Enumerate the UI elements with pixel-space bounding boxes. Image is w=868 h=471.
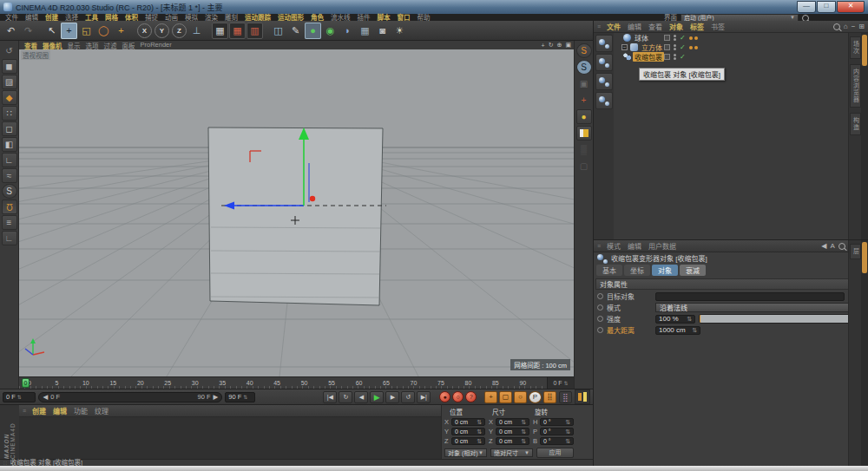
expander-icon[interactable]: − (621, 44, 628, 50)
timeline-ruler[interactable]: 051015202530354045505560657075808590 0 0… (19, 376, 574, 389)
panel-menu-item[interactable]: 对象 (666, 22, 687, 31)
xyz-ball-icon[interactable]: ● (576, 109, 592, 124)
play-mode-button[interactable]: ↻ (339, 391, 352, 403)
lock-y-icon[interactable]: Y (155, 23, 169, 38)
frame-spinner[interactable]: 0 F ⇅ (547, 377, 574, 389)
search-icon[interactable] (833, 23, 840, 30)
viewport-menu-item[interactable]: 查看 (22, 41, 40, 50)
apply-button[interactable]: 应用 (536, 448, 574, 458)
stepper-icon[interactable]: ⇅ (243, 394, 247, 400)
deformers-icon[interactable]: ◗ (339, 23, 356, 39)
stepper-icon[interactable]: ⇅ (521, 419, 526, 426)
generators-icon[interactable]: ◉ (322, 23, 339, 39)
key-position-button[interactable]: + (484, 391, 497, 403)
texture-mode-icon[interactable]: ▨ (2, 75, 17, 89)
keyframe-circle-icon[interactable] (597, 293, 603, 299)
object-row[interactable]: − 立方体 ✓ (614, 43, 849, 52)
visibility-dots-icon[interactable] (674, 44, 676, 50)
panel-menu-item[interactable]: 用户数据 (645, 241, 680, 251)
coordinate-input[interactable]: 0 cm ⇅ (451, 418, 485, 426)
object-icon[interactable] (623, 34, 631, 42)
autokey-button[interactable]: ○ (452, 391, 464, 402)
layer-tag-icon[interactable] (664, 44, 670, 50)
key-pla-button[interactable]: ⣿ (543, 391, 556, 403)
panel-menu-item[interactable]: 编辑 (624, 241, 645, 251)
render-view-icon[interactable]: ▦ (212, 23, 228, 39)
viewport-scene[interactable] (19, 49, 574, 376)
coordinate-input[interactable]: 0 ° ⇅ (540, 428, 574, 435)
panel-menu-item[interactable]: 模式 (603, 241, 624, 251)
view-label[interactable]: 透视视图 (21, 50, 50, 60)
stepper-icon[interactable]: ⇅ (564, 380, 569, 386)
object-icon[interactable] (630, 43, 638, 51)
render-picture-viewer-icon[interactable]: ▦ (229, 23, 246, 39)
scrollbar-thumb[interactable] (862, 242, 867, 273)
viewport-menu-item[interactable]: ProRender (138, 41, 174, 50)
target-object-input[interactable] (655, 292, 845, 301)
enable-axis-icon[interactable]: ≈ (2, 168, 17, 183)
viewport-menu-item[interactable]: 面板 (120, 41, 138, 50)
pen-icon[interactable]: ✎ (287, 23, 304, 39)
attribute-tab[interactable]: 坐标 (624, 265, 650, 276)
stepper-icon[interactable]: ⇅ (477, 438, 482, 445)
panel-menu-item[interactable]: 纹理 (91, 406, 112, 415)
coord-system-icon[interactable]: ⊥ (188, 23, 205, 39)
object-row[interactable]: − 收缩包裹 ✓ (614, 52, 849, 62)
keyframe-circle-icon[interactable] (597, 327, 603, 333)
panel-grip-icon[interactable]: ≡ (597, 243, 601, 249)
keyframe-dots-icon[interactable] (689, 46, 698, 49)
live-selection-icon[interactable]: ↖ (43, 23, 60, 39)
section-header[interactable]: 对象属性 (595, 278, 866, 290)
layer-tag-icon[interactable] (664, 54, 670, 60)
panel-menu-item[interactable]: 文件 (603, 22, 624, 31)
orbit-view-icon[interactable]: ↻ (549, 42, 554, 49)
solo-off-icon[interactable]: S (576, 43, 592, 58)
scrollbar-thumb[interactable] (862, 35, 867, 66)
coordinate-input[interactable]: 0 cm ⇅ (496, 437, 529, 445)
measure-icon[interactable]: ∟ (2, 231, 17, 245)
stepper-icon[interactable]: ⇅ (565, 419, 570, 426)
pan-view-icon[interactable]: + (542, 43, 545, 49)
maximize-button[interactable]: □ (817, 1, 836, 13)
stepper-icon[interactable]: ⇅ (477, 428, 482, 435)
coordinate-input[interactable]: 0 ° ⇅ (540, 418, 574, 426)
stepper-icon[interactable]: ⇅ (477, 419, 482, 426)
environment-icon[interactable]: ▦ (357, 23, 373, 39)
make-editable-icon[interactable]: ↺ (2, 43, 17, 58)
object-icon[interactable] (623, 53, 631, 61)
layer-tag-icon[interactable] (664, 35, 670, 41)
toggle-views-icon[interactable]: ▣ (565, 42, 571, 49)
color-swatch-icon[interactable] (576, 126, 592, 141)
object-row[interactable]: − 球体 ✓ (614, 33, 849, 43)
play-button[interactable]: ▶ (370, 391, 384, 403)
lock-z-icon[interactable]: Z (172, 23, 187, 38)
sphere-cluster-icon[interactable] (595, 54, 613, 71)
object-label[interactable]: 收缩包裹 (633, 52, 664, 62)
mode-dropdown[interactable]: 沿着法线 ▼ (655, 303, 865, 312)
camera-lock-icon[interactable]: ▣ (576, 76, 592, 91)
coordinate-input[interactable]: 0 ° ⇅ (540, 437, 574, 445)
dock-tab[interactable]: 构造 (850, 113, 861, 135)
panel-menu-item[interactable]: 书签 (707, 22, 728, 31)
collapse-icon[interactable]: − (852, 23, 856, 30)
axis-center-icon[interactable]: + (576, 93, 592, 108)
key-rotation-button[interactable]: ○ (514, 391, 527, 403)
attribute-tab[interactable]: 对象 (652, 265, 678, 276)
viewport-menu-item[interactable]: 选项 (83, 41, 102, 50)
coordinate-input[interactable]: 0 cm ⇅ (496, 418, 529, 426)
panel-menu-item[interactable]: 功能 (70, 406, 91, 415)
attribute-tab[interactable]: 基本 (596, 265, 622, 276)
undo-icon[interactable]: ↶ (3, 23, 19, 39)
loop-button[interactable]: ↺ (401, 391, 415, 403)
ruler-ticks[interactable]: 051015202530354045505560657075808590 (19, 377, 547, 389)
stepper-icon[interactable]: ⇅ (687, 316, 692, 323)
sphere-cluster-icon[interactable] (595, 92, 613, 109)
light-icon[interactable]: ☀ (391, 23, 408, 39)
coordinate-input[interactable]: 0 cm ⇅ (451, 428, 485, 435)
strength-slider[interactable] (699, 314, 865, 324)
timeline-options-button[interactable] (575, 389, 590, 404)
panel-grip-icon[interactable]: ≡ (597, 23, 601, 29)
sphere-cluster-icon[interactable] (595, 73, 613, 90)
panel-grip-icon[interactable]: ≡ (23, 408, 26, 414)
range-right-handle[interactable]: ▶ (214, 393, 219, 401)
